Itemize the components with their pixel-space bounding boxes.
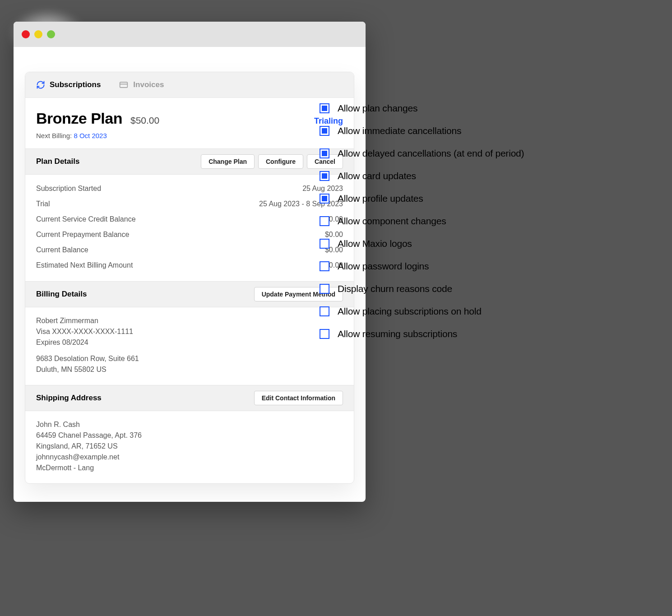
setting-label: Allow placing subscriptions on hold (338, 306, 482, 317)
detail-label: Current Prepayment Balance (36, 231, 129, 239)
detail-row: Estimated Next Billing Amount $50.00 (36, 258, 343, 273)
setting-label: Allow password logins (338, 261, 429, 272)
shipping-company: McDermott - Lang (36, 463, 343, 473)
app-window: Subscriptions Invoices Bronze Plan $50.0… (14, 22, 366, 502)
change-plan-button[interactable]: Change Plan (201, 154, 255, 169)
svg-rect-0 (120, 82, 128, 88)
setting-label: Allow component changes (338, 216, 446, 227)
setting-checkbox[interactable] (320, 216, 329, 226)
plan-details-header: Plan Details Change Plan Configure Cance… (25, 148, 354, 175)
edit-contact-button[interactable]: Edit Contact Information (254, 391, 343, 405)
refresh-icon (36, 80, 45, 89)
setting-row: Allow password logins (320, 261, 524, 272)
plan-details-title: Plan Details (36, 157, 79, 166)
billing-info: Robert Zimmerman Visa XXXX-XXXX-XXXX-111… (25, 307, 354, 385)
billing-address-line1: 9683 Desolation Row, Suite 661 (36, 353, 343, 364)
setting-checkbox[interactable] (320, 103, 329, 113)
setting-row: Allow immediate cancellations (320, 125, 524, 136)
setting-label: Allow resuming subscriptions (338, 329, 457, 339)
setting-label: Allow delayed cancellations (at end of p… (338, 148, 524, 159)
tab-invoices-label: Invoices (133, 80, 164, 89)
configure-button[interactable]: Configure (258, 154, 303, 169)
subscription-card: Subscriptions Invoices Bronze Plan $50.0… (25, 72, 354, 484)
detail-row: Subscription Started 25 Aug 2023 (36, 181, 343, 196)
setting-checkbox[interactable] (320, 126, 329, 136)
setting-checkbox[interactable] (320, 284, 329, 294)
setting-checkbox[interactable] (320, 239, 329, 249)
detail-label: Estimated Next Billing Amount (36, 261, 133, 269)
next-billing-label: Next Billing: (36, 132, 72, 139)
setting-checkbox[interactable] (320, 306, 329, 316)
window-titlebar (14, 22, 366, 47)
plan-header: Bronze Plan $50.00 Trialing Next Billing… (25, 97, 354, 148)
tab-subscriptions[interactable]: Subscriptions (36, 80, 101, 89)
setting-row: Allow plan changes (320, 103, 524, 114)
setting-label: Allow card updates (338, 171, 416, 181)
detail-label: Subscription Started (36, 185, 101, 193)
tab-invoices[interactable]: Invoices (119, 80, 164, 89)
tab-subscriptions-label: Subscriptions (50, 80, 101, 89)
setting-label: Display churn reasons code (338, 283, 452, 294)
billing-details-header: Billing Details Update Payment Method (25, 281, 354, 307)
setting-row: Allow Maxio logos (320, 238, 524, 249)
window-close-button[interactable] (22, 30, 30, 38)
setting-row: Display churn reasons code (320, 283, 524, 294)
setting-row: Allow placing subscriptions on hold (320, 306, 524, 317)
detail-row: Current Prepayment Balance $0.00 (36, 227, 343, 242)
setting-checkbox[interactable] (320, 261, 329, 271)
setting-checkbox[interactable] (320, 194, 329, 204)
next-billing-date: 8 Oct 2023 (74, 132, 107, 139)
shipping-name: John R. Cash (36, 419, 343, 430)
detail-row: Trial 25 Aug 2023 - 8 Sep 2023 (36, 196, 343, 212)
setting-row: Allow card updates (320, 171, 524, 181)
plan-name: Bronze Plan (36, 110, 122, 127)
billing-details-title: Billing Details (36, 290, 87, 299)
settings-list: Allow plan changesAllow immediate cancel… (320, 103, 524, 351)
setting-label: Allow Maxio logos (338, 238, 412, 249)
shipping-info: John R. Cash 64459 Chanel Passage, Apt. … (25, 411, 354, 483)
setting-checkbox[interactable] (320, 171, 329, 181)
shipping-title: Shipping Address (36, 394, 102, 403)
credit-card-icon (119, 80, 129, 89)
shipping-address-line1: 64459 Chanel Passage, Apt. 376 (36, 430, 343, 441)
setting-label: Allow profile updates (338, 193, 423, 204)
billing-name: Robert Zimmerman (36, 315, 343, 326)
billing-card: Visa XXXX-XXXX-XXXX-1111 (36, 326, 343, 337)
setting-checkbox[interactable] (320, 148, 329, 158)
setting-checkbox[interactable] (320, 329, 329, 339)
plan-price: $50.00 (130, 115, 159, 126)
next-billing: Next Billing: 8 Oct 2023 (36, 132, 343, 139)
setting-row: Allow component changes (320, 216, 524, 227)
detail-label: Trial (36, 200, 50, 208)
shipping-header: Shipping Address Edit Contact Informatio… (25, 385, 354, 411)
detail-row: Current Service Credit Balance $0.00 (36, 212, 343, 227)
window-zoom-button[interactable] (47, 30, 55, 38)
setting-row: Allow delayed cancellations (at end of p… (320, 148, 524, 159)
detail-row: Current Balance $0.00 (36, 242, 343, 258)
setting-label: Allow immediate cancellations (338, 125, 461, 136)
setting-row: Allow profile updates (320, 193, 524, 204)
billing-expires: Expires 08/2024 (36, 337, 343, 348)
window-body: Subscriptions Invoices Bronze Plan $50.0… (14, 47, 366, 502)
setting-label: Allow plan changes (338, 103, 417, 114)
window-minimize-button[interactable] (34, 30, 42, 38)
setting-row: Allow resuming subscriptions (320, 329, 524, 339)
tabs: Subscriptions Invoices (25, 72, 354, 97)
detail-label: Current Balance (36, 246, 88, 254)
plan-details-list: Subscription Started 25 Aug 2023 Trial 2… (25, 175, 354, 281)
billing-address-line2: Duluth, MN 55802 US (36, 364, 343, 375)
shipping-address-line2: Kingsland, AR, 71652 US (36, 441, 343, 452)
detail-label: Current Service Credit Balance (36, 215, 136, 223)
shipping-email: johnnycash@example.net (36, 452, 343, 463)
